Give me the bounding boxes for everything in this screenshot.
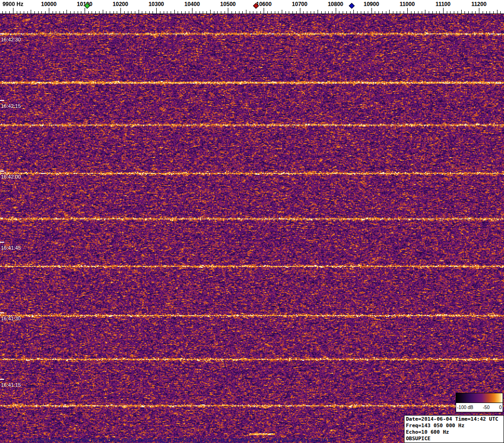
ruler-tick — [497, 10, 497, 13]
ruler-tick — [160, 11, 160, 13]
ruler-tick — [336, 8, 336, 13]
ruler-tick — [210, 10, 211, 13]
ruler-tick — [432, 11, 433, 13]
ruler-tick — [393, 11, 393, 13]
ruler-tick — [407, 8, 408, 13]
ruler-tick — [486, 11, 487, 13]
ruler-frequency-label: 10000 — [41, 1, 56, 7]
ruler-tick — [250, 11, 250, 13]
ruler-tick — [303, 11, 304, 13]
time-label: 16:42:00 — [1, 174, 21, 179]
ruler-tick — [418, 11, 418, 13]
ruler-tick — [389, 10, 390, 13]
ruler-frequency-label: 9900 Hz — [2, 1, 23, 7]
ruler-tick — [214, 11, 214, 13]
ruler-frequency-label: 10300 — [148, 1, 164, 7]
ruler-tick — [332, 11, 332, 13]
ruler-tick — [436, 11, 437, 13]
ruler-tick — [357, 11, 358, 13]
ruler-tick — [103, 10, 103, 13]
ruler-tick — [490, 11, 490, 13]
ruler-tick — [13, 8, 13, 13]
ruler-tick — [78, 11, 78, 13]
ruler-tick — [461, 10, 462, 13]
ruler-tick — [375, 11, 375, 13]
blue-frequency-marker-icon[interactable] — [349, 3, 355, 9]
ruler-tick — [66, 10, 67, 13]
ruler-tick — [275, 11, 275, 13]
ruler-tick — [232, 11, 232, 13]
ruler-tick — [88, 11, 89, 13]
ruler-frequency-label: 10700 — [292, 1, 307, 7]
color-scale-labels: -100 dB -50 0 — [456, 403, 503, 412]
ruler-tick — [156, 8, 157, 13]
ruler-tick — [228, 8, 228, 13]
ruler-tick — [483, 11, 483, 13]
time-tick — [0, 33, 4, 34]
ruler-tick — [292, 11, 293, 13]
ruler-frequency-label: 10500 — [220, 1, 236, 7]
ruler-tick — [128, 11, 128, 13]
ruler-tick — [34, 11, 35, 13]
ruler-tick — [253, 11, 253, 13]
ruler-tick — [120, 8, 121, 13]
ruler-tick — [38, 11, 39, 13]
ruler-tick — [142, 11, 142, 13]
ruler-tick — [70, 11, 71, 13]
ruler-tick — [221, 11, 221, 13]
ruler-tick — [454, 11, 454, 13]
ruler-tick — [300, 8, 300, 13]
ruler-tick — [206, 11, 207, 13]
info-echo: Echo=10 600 Hz — [406, 429, 502, 436]
info-frequency: Freq=143 050 000 Hz — [406, 423, 502, 429]
ruler-tick — [189, 11, 189, 13]
time-tick — [0, 312, 4, 313]
ruler-tick — [110, 11, 110, 13]
ruler-tick — [56, 11, 56, 13]
ruler-tick — [113, 11, 114, 13]
ruler-tick — [2, 11, 3, 13]
info-date-time: Date=2014-06-04 Time=14:42 UTC — [406, 416, 502, 423]
ruler-tick — [264, 8, 264, 13]
ruler-tick — [350, 11, 351, 13]
ruler-tick — [346, 11, 347, 13]
waterfall-display: 20140604144104304 hCnt28 nb-86 f10595 hi… — [0, 14, 504, 443]
ruler-tick — [493, 11, 494, 13]
ruler-tick — [81, 11, 81, 13]
info-station: OBSUPICE — [406, 436, 502, 442]
ruler-tick — [289, 11, 289, 13]
ruler-frequency-label: 11200 — [471, 1, 487, 7]
ruler-tick — [378, 11, 379, 13]
ruler-tick — [314, 11, 314, 13]
ruler-tick — [6, 11, 6, 13]
ruler-frequency-label: 11000 — [399, 1, 415, 7]
ruler-tick — [397, 11, 397, 13]
ruler-tick — [178, 11, 178, 13]
ruler-tick — [95, 11, 96, 13]
ruler-tick — [196, 11, 196, 13]
ruler-tick — [464, 11, 465, 13]
time-tick — [0, 242, 4, 243]
ruler-tick — [17, 11, 17, 13]
ruler-tick — [429, 11, 429, 13]
legend-max-label: 0 — [499, 405, 502, 410]
ruler-tick — [45, 11, 46, 13]
ruler-tick — [164, 11, 164, 13]
ruler-frequency-label: 10400 — [185, 1, 200, 7]
ruler-tick — [479, 8, 479, 13]
ruler-tick — [106, 11, 106, 13]
ruler-frequency-label: 10600 — [256, 1, 272, 7]
ruler-tick — [368, 11, 368, 13]
ruler-tick — [124, 11, 125, 13]
ruler-tick — [443, 8, 444, 13]
ruler-tick — [185, 11, 186, 13]
ruler-tick — [439, 11, 440, 13]
ruler-tick — [257, 11, 257, 13]
legend-min-label: -100 dB — [457, 405, 473, 410]
ruler-tick — [135, 11, 135, 13]
ruler-tick — [174, 10, 175, 13]
ruler-tick — [343, 11, 343, 13]
ruler-tick — [235, 11, 236, 13]
ruler-tick — [307, 11, 307, 13]
ruler-tick — [328, 11, 329, 13]
